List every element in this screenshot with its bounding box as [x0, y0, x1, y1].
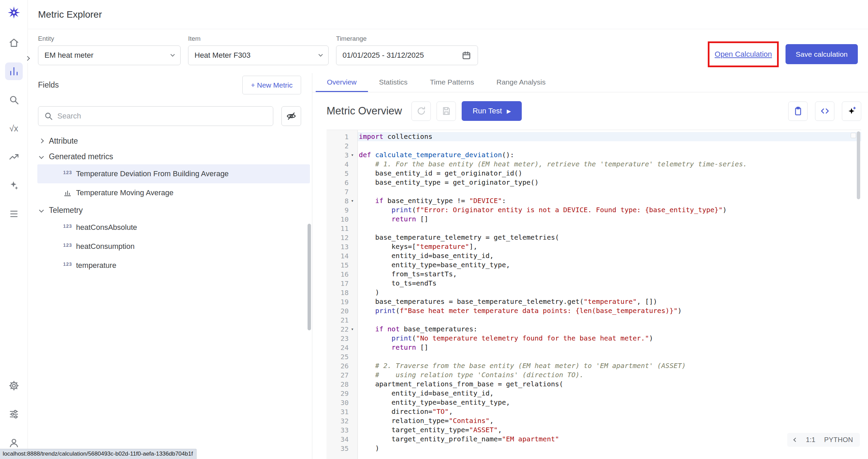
- code-line[interactable]: import collections: [358, 132, 861, 141]
- code-line[interactable]: def calculate_temperature_deviation():: [358, 150, 861, 160]
- home-icon: [8, 37, 19, 48]
- home-button[interactable]: [5, 34, 23, 52]
- field-item-label: Temperature Moving Average: [76, 188, 173, 197]
- code-line[interactable]: # 1. For the base entity (EM heat meter)…: [358, 160, 861, 169]
- sidebar-expand-button[interactable]: [23, 54, 32, 63]
- filters-button[interactable]: [5, 405, 23, 423]
- code-line[interactable]: from_ts=startTs,: [358, 270, 861, 279]
- logo-icon: [7, 6, 21, 19]
- code-editor[interactable]: 123▾45678▾910111213141516171819202122▾23…: [327, 130, 861, 459]
- field-item-heatconsumption[interactable]: 123heatConsumption: [37, 237, 310, 256]
- fold-marker-icon[interactable]: ▾: [349, 326, 356, 332]
- fields-scrollbar[interactable]: [308, 224, 311, 330]
- calculations-button[interactable]: √x: [5, 120, 23, 137]
- code-line[interactable]: target_entity_profile_name="EM apartment…: [358, 435, 861, 444]
- settings-button[interactable]: [5, 377, 23, 394]
- save-calculation-button[interactable]: Save calculation: [786, 44, 858, 64]
- code-line[interactable]: [358, 187, 861, 196]
- code-line[interactable]: if base_entity_type != "DEVICE":: [358, 196, 861, 205]
- entity-select[interactable]: EM heat meter: [38, 45, 181, 65]
- refresh-button[interactable]: [411, 102, 431, 121]
- editor-scrollbar[interactable]: [857, 131, 860, 199]
- tree-section-telemetry[interactable]: Telemetry: [28, 202, 312, 218]
- field-item-heatconsabsolute[interactable]: 123heatConsAbsolute: [37, 218, 310, 237]
- search-nav-button[interactable]: [5, 91, 23, 109]
- ai-generate-button[interactable]: [842, 102, 861, 121]
- code-line[interactable]: to_ts=endTs: [358, 279, 861, 288]
- line-number: 26: [327, 361, 357, 370]
- code-line[interactable]: base_temperatures = base_temperature_tel…: [358, 297, 861, 306]
- timerange-label: Timerange: [336, 35, 478, 42]
- code-line[interactable]: entity_type=base_entity_type,: [358, 260, 861, 270]
- code-line[interactable]: print(f"Error: Originator entity is not …: [358, 205, 861, 215]
- code-line[interactable]: print(f"Base heat meter temperature data…: [358, 306, 861, 315]
- save-script-button[interactable]: [437, 102, 456, 121]
- code-line[interactable]: base_entity_type = get_originator_type(): [358, 178, 861, 187]
- analytics-button[interactable]: [5, 62, 23, 80]
- open-calculation-link[interactable]: Open Calculation: [715, 50, 772, 58]
- line-number: 20: [327, 306, 357, 315]
- code-line[interactable]: entity_id=base_entity_id,: [358, 389, 861, 398]
- new-metric-button[interactable]: + New Metric: [242, 76, 301, 94]
- code-line[interactable]: # 2. Traverse from the base entity (EM h…: [358, 361, 861, 370]
- field-item-temperature-deviation-from-building-average[interactable]: 123Temperature Deviation From Building A…: [37, 164, 310, 183]
- code-line[interactable]: [358, 352, 861, 361]
- tab-overview[interactable]: Overview: [316, 73, 368, 92]
- tab-range-analysis[interactable]: Range Analysis: [485, 73, 557, 92]
- search-input[interactable]: [57, 112, 267, 121]
- run-test-button[interactable]: Run Test ▶: [462, 101, 522, 121]
- tree-section-generated-metrics[interactable]: Generated metrics: [28, 149, 312, 164]
- code-line[interactable]: [358, 224, 861, 233]
- tree-section-label: Generated metrics: [49, 152, 113, 161]
- code-line[interactable]: [358, 141, 861, 150]
- code-line[interactable]: # using relation type 'Contains' (direct…: [358, 370, 861, 380]
- calendar-icon: [461, 50, 472, 60]
- app-logo[interactable]: [6, 5, 22, 20]
- code-line[interactable]: entity_id=base_entity_id,: [358, 251, 861, 260]
- ai-assistant-button[interactable]: [5, 177, 23, 194]
- code-line[interactable]: direction="TO",: [358, 407, 861, 416]
- field-item-temperature-moving-average[interactable]: Temperature Moving Average: [37, 183, 310, 202]
- code-line[interactable]: target_entity_type="ASSET",: [358, 425, 861, 435]
- code-line[interactable]: base_temperature_telemetry = get_telemet…: [358, 233, 861, 242]
- tab-time-patterns[interactable]: Time Patterns: [419, 73, 485, 92]
- copy-script-button[interactable]: [788, 102, 808, 121]
- code-line[interactable]: return []: [358, 215, 861, 224]
- chevron-left-icon[interactable]: [793, 438, 798, 442]
- code-line[interactable]: keys=["temperature"],: [358, 242, 861, 251]
- line-number: 11: [327, 224, 357, 233]
- line-number: 5: [327, 169, 357, 178]
- trends-button[interactable]: [5, 148, 23, 166]
- editor-code[interactable]: import collectionsdef calculate_temperat…: [358, 130, 861, 459]
- code-view-button[interactable]: [815, 102, 834, 121]
- fold-marker-icon[interactable]: ▾: [349, 198, 356, 203]
- code-line[interactable]: base_entity_id = get_originator_id(): [358, 169, 861, 178]
- line-number: 35: [327, 444, 357, 453]
- field-item-temperature[interactable]: 123temperature: [37, 256, 310, 275]
- code-line[interactable]: apartment_relations_from_base = get_rela…: [358, 380, 861, 389]
- code-line[interactable]: if not base_temperatures:: [358, 325, 861, 334]
- line-number: 33: [327, 425, 357, 435]
- list-icon: [8, 208, 19, 219]
- timerange-input[interactable]: 01/01/2025 - 31/12/2025: [336, 45, 478, 65]
- workspace: OverviewStatisticsTime PatternsRange Ana…: [312, 73, 868, 459]
- code-line[interactable]: print("No temperature telemetry found fo…: [358, 334, 861, 343]
- chevron-right-icon: [25, 56, 30, 61]
- code-line[interactable]: [358, 315, 861, 325]
- code-line[interactable]: relation_type="Contains",: [358, 416, 861, 425]
- sparkles-icon: [8, 180, 19, 191]
- code-line[interactable]: return []: [358, 343, 861, 352]
- timerange-value: 01/01/2025 - 31/12/2025: [343, 51, 424, 60]
- line-number: 13: [327, 242, 357, 251]
- code-line[interactable]: entity_type=base_entity_type,: [358, 398, 861, 407]
- views-button[interactable]: [5, 205, 23, 223]
- hide-fields-button[interactable]: [281, 106, 301, 126]
- tab-statistics[interactable]: Statistics: [368, 73, 419, 92]
- tree-section-attribute[interactable]: Attribute: [28, 133, 312, 149]
- field-item-label: Temperature Deviation From Building Aver…: [76, 169, 229, 178]
- code-line[interactable]: ): [358, 288, 861, 297]
- topbar: Metric Explorer: [28, 0, 868, 29]
- fold-marker-icon[interactable]: ▾: [349, 152, 356, 158]
- item-select[interactable]: Heat Meter F303: [188, 45, 329, 65]
- code-line[interactable]: ): [358, 444, 861, 453]
